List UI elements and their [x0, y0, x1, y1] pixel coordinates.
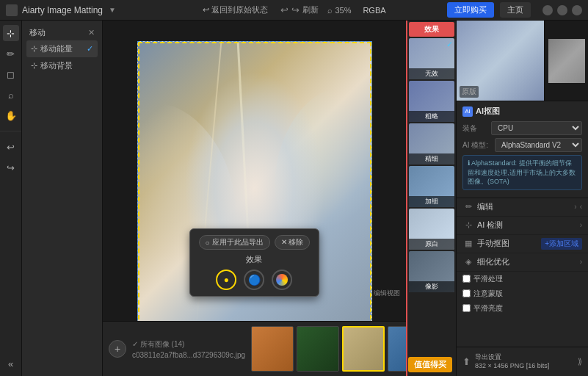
manual-icon: ▦ [462, 238, 474, 250]
add-area-btn[interactable]: +添加区域 [541, 238, 582, 250]
canvas-bottom-info: 编辑视图 [374, 289, 400, 298]
device-row: 装备 CPU GPU [462, 121, 582, 135]
zoom-value: 35% [335, 6, 351, 15]
model-select[interactable]: AlphaStandard V2 [495, 138, 582, 152]
smooth-checkbox[interactable] [462, 275, 471, 283]
preview-thumb [544, 21, 588, 101]
tool-undo[interactable]: ↩ [3, 139, 19, 155]
zoom-icon: ⌕ [327, 6, 333, 15]
remove-effect-btn[interactable]: ✕ 移除 [275, 235, 311, 250]
model-row: AI 模型: AlphaStandard V2 [462, 138, 582, 152]
maximize-button[interactable]: □ [557, 5, 567, 15]
preview-version-label: 原版 [460, 86, 479, 98]
device-select[interactable]: CPU GPU [491, 121, 582, 135]
tool-zoom[interactable]: ⌕ [3, 87, 19, 103]
close-button[interactable]: ✕ [572, 5, 582, 15]
title-dropdown[interactable]: ▼ [109, 6, 116, 14]
tool-redo[interactable]: ↪ [3, 159, 19, 176]
thumb-4[interactable] [388, 326, 406, 372]
ai-detect-section[interactable]: ⊹ AI 检测 › [457, 217, 588, 235]
buy-button[interactable]: 立即购买 [447, 2, 494, 18]
edit-icon: ✏ [462, 201, 474, 213]
effects-column-header: 效果 [409, 22, 454, 37]
undo-label: 刷新 [302, 4, 319, 15]
effect-thumb-extra[interactable]: 加细 [409, 166, 454, 207]
export-details: 832 × 1456 PNG [16 bits] [475, 362, 549, 371]
tool-select[interactable]: ⊹ [3, 25, 19, 41]
thumb-2[interactable] [297, 326, 339, 372]
window-controls: — □ ✕ [542, 5, 582, 15]
canvas-content: ○ 应用于此品导出 ✕ 移除 效果 ● 🔵 [103, 21, 406, 355]
edit-section[interactable]: ✏ 编辑 › ‹ [457, 198, 588, 217]
edit-arrow2: ‹ [580, 203, 582, 211]
apply-icon: ○ [206, 239, 210, 247]
effect-thumb-none[interactable]: 无效 ✓ [409, 38, 454, 79]
filmstrip-add-btn[interactable]: + [109, 340, 126, 358]
back-icon: ↩ [203, 5, 209, 15]
channel-select[interactable]: RGBA [360, 4, 388, 16]
main-layout: ⊹ ✏ ◻ ⌕ ✋ ↩ ↪ « 移动 ✕ ⊹ 移动能量 ✓ ⊹ 移动背景 [0, 21, 588, 376]
effect-icon-google[interactable]: 🔵 [244, 270, 264, 290]
smooth-checkbox-row: 平滑处理 [457, 272, 588, 286]
app-icon [6, 4, 18, 16]
undo-redo-group: ↩ ↪ 刷新 [280, 4, 319, 15]
right-panel: 原版 AI AI抠图 装备 CPU GPU AI 模型: A [456, 21, 588, 376]
title-bar-center: ↩ 返回到原始状态 ↩ ↪ 刷新 ⌕ 35% RGBA [199, 3, 388, 17]
canvas-area: ○ 应用于此品导出 ✕ 移除 效果 ● 🔵 [103, 21, 406, 376]
manual-section[interactable]: ▦ 手动抠图 +添加区域 [457, 235, 588, 253]
title-bar-left: Aiarty Image Matting ▼ [6, 4, 116, 16]
effect-thumb-white-label: 原白 [409, 239, 454, 250]
refine-section[interactable]: ◈ 细化优化 › [457, 253, 588, 272]
effect-thumb-fine[interactable]: 精细 [409, 123, 454, 164]
left-toolbar: ⊹ ✏ ◻ ⌕ ✋ ↩ ↪ « [0, 21, 22, 376]
effect-thumb-white[interactable]: 原白 [409, 209, 454, 250]
redo-btn[interactable]: ↪ [291, 4, 300, 15]
title-bar: Aiarty Image Matting ▼ ↩ 返回到原始状态 ↩ ↪ 刷新 … [0, 0, 588, 21]
effects-column: 效果 无效 ✓ 粗略 精细 加细 原白 像影 [406, 21, 456, 376]
tool-brush[interactable]: ✏ [3, 46, 19, 62]
watermark: 值值得买 [408, 357, 452, 372]
ai-panel-title: AI抠图 [476, 106, 500, 117]
subtool-move-energy[interactable]: ⊹ 移动能量 ✓ [26, 40, 98, 57]
thumb-1[interactable] [251, 326, 294, 372]
effect-thumb-shadow[interactable]: 像影 [409, 251, 454, 292]
right-panel-top: 原版 [457, 21, 588, 101]
effect-thumb-shadow-label: 像影 [409, 281, 454, 292]
export-expand-btn[interactable]: ⟫ [578, 357, 582, 366]
subtool-move-bg[interactable]: ⊹ 移动背景 [26, 57, 98, 74]
move-energy-icon: ⊹ [31, 44, 37, 54]
ai-panel-header: AI AI抠图 [462, 106, 582, 117]
sub-tool-title: 移动 [29, 27, 46, 38]
undo-btn[interactable]: ↩ [280, 4, 288, 15]
attention-checkbox[interactable] [462, 289, 471, 297]
effect-icon-gold[interactable]: ● [216, 270, 236, 290]
sub-tool-close[interactable]: ✕ [88, 28, 95, 37]
refine-icon: ◈ [462, 256, 474, 268]
sub-tool-header: 移动 ✕ [26, 25, 98, 40]
edit-arrow: › [574, 203, 576, 211]
attention-checkbox-row: 注意蒙版 [457, 286, 588, 301]
model-info-box: ℹ AlphaStandard: 提供平衡的细节保留和速度处理,适用于市场上的大… [462, 155, 582, 190]
ai-panel: AI AI抠图 装备 CPU GPU AI 模型: AlphaStandard … [457, 101, 588, 198]
brightness-checkbox[interactable] [462, 304, 471, 312]
effect-icon-gradient[interactable] [272, 270, 292, 290]
home-button[interactable]: 主页 [500, 2, 531, 18]
google-icon: 🔵 [248, 274, 261, 286]
apply-to-export-btn[interactable]: ○ 应用于此品导出 [199, 235, 270, 250]
brightness-label: 平滑亮度 [473, 303, 503, 314]
tool-hand[interactable]: ✋ [3, 107, 19, 123]
export-label: 导出设置 [475, 353, 549, 362]
ai-detect-arrow: › [580, 221, 582, 229]
tool-eraser[interactable]: ◻ [3, 66, 19, 82]
checkmark-icon: ✓ [87, 44, 93, 54]
effects-popup-header: ○ 应用于此品导出 ✕ 移除 [199, 235, 311, 250]
minimize-button[interactable]: — [542, 5, 553, 15]
export-info: 导出设置 832 × 1456 PNG [16 bits] [475, 353, 549, 370]
back-to-original-btn[interactable]: ↩ 返回到原始状态 [199, 3, 272, 17]
export-bar: ⬆ 导出设置 832 × 1456 PNG [16 bits] ⟫ [457, 347, 588, 376]
thumb-3[interactable] [342, 326, 385, 372]
effect-thumb-fine-label: 精细 [409, 153, 454, 164]
tool-collapse[interactable]: « [3, 355, 19, 372]
filmstrip: + ✓ 所有图像 (14) c03811e2a7fba8...d37296309… [103, 321, 406, 376]
effect-thumb-rough[interactable]: 粗略 [409, 81, 454, 122]
